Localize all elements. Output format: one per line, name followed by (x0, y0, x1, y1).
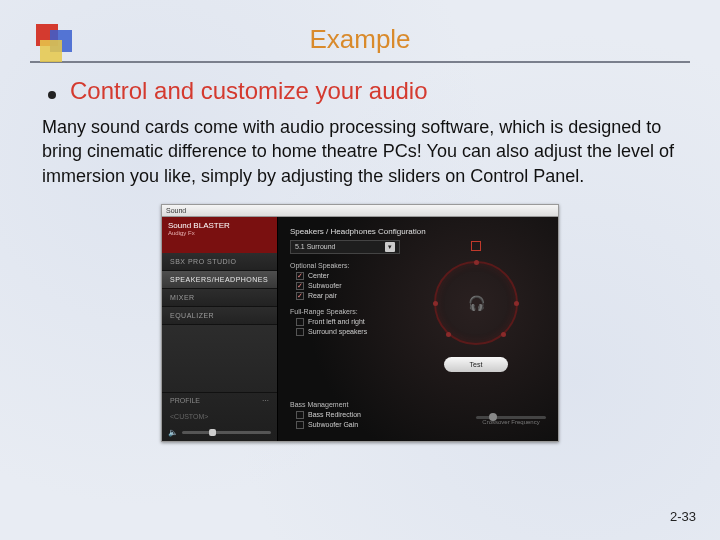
slide-title: Example (30, 24, 690, 55)
slide-logo (36, 24, 80, 68)
check-icon (296, 421, 304, 429)
window-titlebar: Sound (162, 205, 558, 217)
checkbox-bass-redirection[interactable]: Bass Redirection (296, 411, 361, 419)
sidebar-item-mixer[interactable]: MIXER (162, 289, 277, 307)
speaker-dial-area: 🎧 Test (416, 241, 536, 372)
check-icon (296, 411, 304, 419)
bass-label: Bass Management (290, 401, 546, 408)
headphone-icon: 🎧 (468, 295, 485, 311)
test-button[interactable]: Test (444, 357, 508, 372)
check-icon (296, 292, 304, 300)
check-icon (296, 328, 304, 336)
check-icon (296, 282, 304, 290)
bullet-item: Control and customize your audio (48, 77, 682, 105)
volume-slider[interactable] (182, 431, 271, 434)
sidebar-item-speakers[interactable]: SPEAKERS/HEADPHONES (162, 271, 277, 289)
app-main-panel: Speakers / Headphones Configuration 5.1 … (278, 217, 558, 441)
audio-control-panel: Sound Sound BLASTER Audigy Fx SBX PRO ST… (161, 204, 559, 442)
check-icon (296, 318, 304, 326)
profile-label: PROFILE (170, 397, 200, 405)
chevron-down-icon: ▾ (385, 242, 395, 252)
sidebar-item-equalizer[interactable]: EQUALIZER (162, 307, 277, 325)
sidebar-custom[interactable]: <CUSTOM> (162, 409, 277, 424)
volume-slider-row: 🔈 (162, 424, 277, 441)
stop-icon[interactable] (471, 241, 481, 251)
brand-line2: Audigy Fx (168, 230, 271, 237)
brand-line1: Sound BLASTER (168, 221, 271, 231)
page-number: 2-33 (670, 509, 696, 524)
title-rule (30, 61, 690, 63)
body-paragraph: Many sound cards come with audio process… (42, 115, 682, 188)
config-heading: Speakers / Headphones Configuration (290, 227, 546, 236)
surround-dial[interactable]: 🎧 (434, 261, 518, 345)
sidebar-item-sbx[interactable]: SBX PRO STUDIO (162, 253, 277, 271)
surround-dropdown[interactable]: 5.1 Surround ▾ (290, 240, 400, 254)
bullet-text: Control and customize your audio (70, 77, 428, 105)
check-icon (296, 272, 304, 280)
checkbox-subwoofer-gain[interactable]: Subwoofer Gain (296, 421, 361, 429)
bass-management-group: Bass Management Bass Redirection Subwoof… (290, 401, 546, 431)
sidebar-profile-row[interactable]: PROFILE ⋯ (162, 392, 277, 409)
crossover-slider[interactable] (476, 416, 546, 419)
brand-header: Sound BLASTER Audigy Fx (162, 217, 277, 253)
speaker-icon: 🔈 (168, 428, 178, 437)
crossover-label: Crossover Frequency (476, 419, 546, 425)
bullet-dot-icon (48, 91, 56, 99)
app-sidebar: Sound BLASTER Audigy Fx SBX PRO STUDIO S… (162, 217, 278, 441)
dropdown-value: 5.1 Surround (295, 243, 335, 250)
profile-icon: ⋯ (262, 397, 269, 405)
